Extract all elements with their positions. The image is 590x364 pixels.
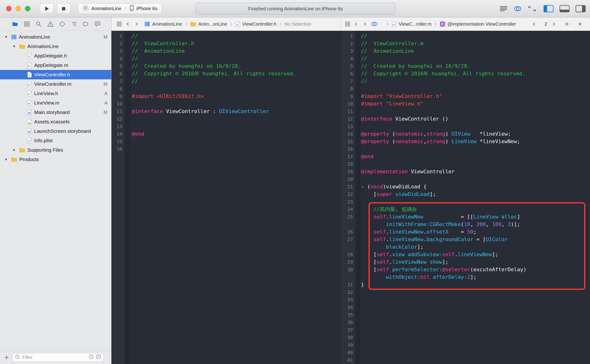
line-number: 1	[112, 32, 122, 40]
code-line: 33	[341, 296, 590, 304]
code-line: 15	[112, 138, 340, 145]
line-number: 35	[341, 311, 353, 318]
add-assistant-editor-button[interactable]	[564, 21, 570, 27]
line-number: 27	[341, 236, 353, 243]
chevron-right-icon	[362, 22, 367, 26]
scm-status-button[interactable]	[96, 354, 101, 360]
recent-files-button[interactable]	[88, 354, 94, 361]
filter-field[interactable]: Filter	[12, 353, 104, 362]
standard-editor-button[interactable]	[499, 6, 508, 12]
nav-debug-button[interactable]	[71, 21, 77, 27]
line-number: 41	[341, 356, 353, 364]
tree-item-AppDelegate.h[interactable]: hAppDelegate.h	[0, 51, 111, 60]
status-badge: A	[104, 91, 107, 96]
forward-button[interactable]	[134, 22, 139, 26]
status-badge: A	[104, 100, 107, 106]
add-file-button[interactable]	[4, 355, 9, 360]
code-line: 35	[341, 311, 590, 318]
file-name: ViewController.h	[34, 72, 70, 78]
navigator-panel-button[interactable]	[543, 5, 554, 13]
file-assets-icon	[27, 119, 32, 125]
file-h-icon: h	[27, 53, 32, 59]
line-number: 12	[112, 115, 122, 123]
tree-item-Info.plist[interactable]: Info.plist	[0, 136, 111, 145]
line-number: 6	[341, 70, 353, 78]
filter-placeholder: Filter	[22, 355, 86, 360]
breadcrumb-item[interactable]: mViewC...roller.m	[391, 21, 432, 27]
counterparts-button[interactable]	[371, 21, 378, 27]
file-sb-icon	[27, 109, 32, 115]
back-button[interactable]	[126, 22, 130, 26]
breadcrumb-item[interactable]: AnimationLine	[145, 21, 182, 27]
nav-find-button[interactable]	[35, 21, 42, 27]
file-tree: AnimationLineMAnimationLinehAppDelegate.…	[0, 32, 111, 164]
assistant-editor-button[interactable]	[513, 6, 522, 12]
tree-item-LineView.h[interactable]: hLineView.hA	[0, 89, 111, 98]
run-button[interactable]	[40, 4, 53, 14]
line-number: 9	[112, 92, 122, 100]
related-items-button[interactable]	[345, 21, 350, 27]
code-line: 5// Created by huangfei on 16/9/28.	[112, 62, 340, 70]
tree-item-Assets.xcassets[interactable]: Assets.xcassets	[0, 117, 111, 126]
chevron-left-icon	[126, 22, 130, 26]
stop-button[interactable]	[57, 4, 70, 14]
source-editor-assistant[interactable]: 1//2// ViewController.m3// AnimationLine…	[340, 31, 590, 364]
tree-item-Main.storyboard[interactable]: Main.storyboardM	[0, 108, 111, 117]
status-message: Finished running AnimationLine on iPhone…	[248, 6, 343, 12]
file-plist-icon	[27, 137, 32, 144]
line-number: 3	[341, 47, 353, 55]
back-button[interactable]	[354, 22, 359, 26]
file-name: AnimationLine	[19, 34, 50, 40]
source-editor-primary[interactable]: 1//2// ViewController.h3// AnimationLine…	[112, 31, 340, 364]
code-line: 7//	[341, 78, 590, 85]
chevron-left-icon	[354, 22, 359, 26]
breadcrumb-separator-icon	[434, 22, 437, 26]
code-line: 17@end	[341, 153, 590, 160]
nav-test-button[interactable]	[59, 21, 66, 27]
toolbar: AnimationLine iPhone 6s Finished running…	[0, 0, 590, 17]
close-assistant-editor-button[interactable]	[578, 22, 583, 26]
file-name: Main.storyboard	[34, 110, 70, 115]
tree-item-Supporting-Files[interactable]: Supporting Files	[0, 145, 111, 155]
related-items-button[interactable]	[117, 21, 122, 27]
nav-symbol-button[interactable]	[24, 21, 30, 27]
tree-item-ViewController.h[interactable]: hViewController.h	[0, 70, 111, 79]
jump-bar-primary: AnimationLineAnim...onLinehViewControlle…	[112, 17, 340, 31]
breadcrumb-separator-icon	[185, 22, 188, 26]
forward-button[interactable]	[362, 22, 367, 26]
close-window-button[interactable]	[6, 6, 12, 11]
nav-report-button[interactable]	[94, 21, 101, 27]
folder-icon	[19, 44, 25, 49]
breadcrumb-item[interactable]: Anim...onLine	[190, 21, 227, 27]
tree-item-Products[interactable]: Products	[0, 155, 111, 164]
debug-panel-button[interactable]	[559, 5, 570, 13]
code-area: 1//2// ViewController.h3// AnimationLine…	[112, 32, 340, 153]
minimize-window-button[interactable]	[16, 6, 21, 11]
nav-issue-button[interactable]	[47, 21, 54, 27]
stop-icon	[61, 6, 66, 11]
nav-project-button[interactable]	[12, 21, 18, 27]
crumb-sep-icon	[124, 6, 127, 10]
code-line: 11@interface ViewController : UIViewCont…	[112, 108, 340, 115]
line-number: 10	[341, 100, 353, 108]
tree-item-ViewController.m[interactable]: mViewController.mM	[0, 79, 111, 89]
line-number: 2	[341, 40, 353, 47]
zoom-window-button[interactable]	[25, 6, 30, 11]
previous-counterpart-button[interactable]	[532, 22, 537, 26]
scheme-selector[interactable]: AnimationLine iPhone 6s	[78, 4, 162, 14]
next-counterpart-button[interactable]	[551, 22, 556, 26]
utilities-panel-button[interactable]	[575, 5, 586, 13]
tree-item-AnimationLine[interactable]: AnimationLineM	[0, 32, 111, 42]
tree-item-LaunchScreen.storyboard[interactable]: LaunchScreen.storyboard	[0, 126, 111, 136]
nav-breakpoint-button[interactable]	[82, 21, 89, 27]
tree-item-AnimationLine[interactable]: AnimationLine	[0, 42, 111, 51]
version-editor-button[interactable]	[528, 6, 536, 12]
play-icon	[44, 6, 50, 12]
tree-item-LineView.m[interactable]: mLineView.mA	[0, 98, 111, 108]
breadcrumb-item[interactable]: C@implementation ViewController	[440, 21, 516, 27]
line-number: 21	[341, 183, 353, 190]
code-line: 19@implementation ViewController	[341, 168, 590, 176]
tree-item-AppDelegate.m[interactable]: mAppDelegate.m	[0, 60, 111, 70]
breadcrumb-item[interactable]: No Selection	[284, 21, 311, 27]
breadcrumb-item[interactable]: hViewController.h	[235, 21, 276, 27]
